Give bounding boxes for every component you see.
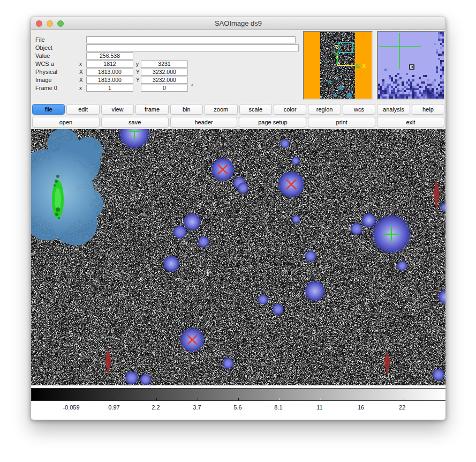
menu-button-color[interactable]: color [274,104,306,115]
ds9-window: SAOImage ds9 FileObjectValue256.538WCS a… [31,17,446,420]
info-field[interactable]: 1813.000 [86,77,133,84]
degree-symbol: ° [191,84,193,90]
info-label: Physical [35,69,57,76]
titlebar[interactable]: SAOImage ds9 [31,17,445,30]
colorbar-tick [238,398,239,400]
menu-button-exit[interactable]: exit [377,117,444,128]
colorbar-label: 3.7 [193,404,201,411]
menu-button-print[interactable]: print [308,117,375,128]
menu-button-wcs[interactable]: wcs [343,104,375,115]
colorbar-label: 5.6 [233,404,241,411]
colorbar-tick [361,398,362,400]
menu-button-region[interactable]: region [308,104,341,115]
file-submenu-bar: opensaveheaderpage setupprintexit [31,117,445,128]
menu-button-help[interactable]: help [412,104,444,115]
menu-button-page-setup[interactable]: page setup [239,117,306,128]
colorbar-label: -0.059 [63,404,79,411]
menu-button-open[interactable]: open [32,117,100,128]
panner-view[interactable] [303,31,373,100]
coord-label: y [136,61,139,68]
info-field[interactable] [86,36,296,43]
menu-button-file[interactable]: file [32,104,65,115]
menu-bar: fileeditviewframebinzoomscalecolorregion… [31,104,445,115]
menu-button-bin[interactable]: bin [170,104,203,115]
info-field[interactable]: 3232.000 [141,77,188,84]
coord-label: x [79,61,82,68]
menu-button-zoom[interactable]: zoom [205,104,237,115]
coord-label: Y [136,77,140,84]
info-panel: FileObjectValue256.538WCS ax1812y3231Phy… [31,30,445,102]
colorbar-tick [156,398,157,400]
coord-label: Y [136,69,140,76]
info-field[interactable]: 1812 [86,61,133,68]
info-label: WCS a [35,61,54,68]
menu-button-header[interactable]: header [170,117,238,128]
menu-button-save[interactable]: save [101,117,169,128]
colorbar-panel: -0.0590.972.23.75.68.1111622 [31,385,446,420]
magnifier-canvas[interactable] [378,32,444,99]
info-field[interactable]: 1813.000 [86,69,133,76]
colorbar-tick [115,398,115,400]
colorbar-tick [72,398,72,400]
colorbar-label: 16 [358,404,364,411]
info-field[interactable]: 1 [86,85,133,92]
colorbar-tick [320,398,321,400]
info-label: Image [35,77,52,84]
info-field[interactable]: 0 [141,85,188,92]
colorbar-label: 0.97 [108,404,119,411]
colorbar-label: 2.2 [152,404,160,411]
info-field[interactable]: 3232.000 [141,69,188,76]
magnifier-view[interactable] [377,31,445,100]
menu-button-scale[interactable]: scale [239,104,272,115]
coord-label: x [79,85,82,92]
menu-button-view[interactable]: view [101,104,134,115]
colorbar-label: 11 [316,404,322,411]
colorbar-tick [279,398,280,400]
info-label: Value [35,53,50,59]
image-canvas[interactable] [31,129,446,385]
colorbar-label: 22 [399,404,405,411]
coord-label: X [79,77,83,84]
window-title: SAOImage ds9 [31,17,445,30]
menu-button-edit[interactable]: edit [66,104,99,115]
info-label: Frame 0 [35,85,57,92]
info-label: File [35,36,45,43]
info-field[interactable]: 256.538 [86,53,133,59]
image-display[interactable] [31,129,446,385]
menu-button-analysis[interactable]: analysis [377,104,410,115]
colorbar-label: 8.1 [274,404,282,411]
colorbar-tick [403,398,404,400]
panner-canvas[interactable] [304,32,372,99]
info-field[interactable] [86,44,299,51]
info-field[interactable]: 3231 [141,61,188,68]
info-label: Object [35,44,52,51]
coord-label: X [79,69,83,76]
colorbar-tick [198,398,198,400]
menu-button-frame[interactable]: frame [135,104,168,115]
colorbar[interactable] [31,388,446,401]
